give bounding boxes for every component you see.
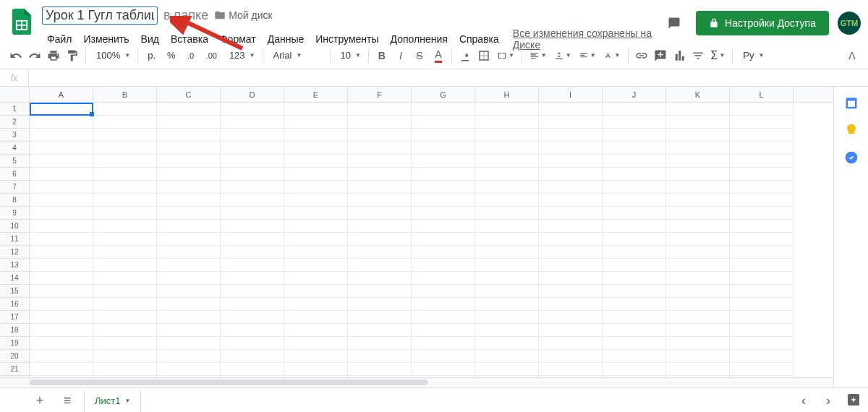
cell[interactable] — [221, 181, 284, 194]
cell[interactable] — [539, 168, 603, 181]
cell[interactable] — [475, 324, 539, 337]
cell[interactable] — [157, 324, 221, 337]
cell[interactable] — [221, 246, 284, 259]
cell[interactable] — [412, 194, 475, 207]
cell[interactable] — [666, 272, 730, 285]
sheet-tab-active[interactable]: Лист1 ▼ — [84, 390, 141, 412]
text-color-button[interactable]: A — [430, 46, 447, 65]
horizontal-align-dropdown[interactable]: ▼ — [527, 46, 550, 65]
cell[interactable] — [30, 350, 93, 363]
select-all-corner[interactable] — [0, 87, 30, 102]
cell[interactable] — [730, 142, 793, 155]
cell[interactable] — [475, 259, 539, 272]
cell[interactable] — [284, 194, 348, 207]
redo-button[interactable] — [26, 46, 43, 65]
cell[interactable] — [730, 363, 793, 376]
cell[interactable] — [539, 142, 603, 155]
cell[interactable] — [666, 220, 730, 233]
all-sheets-button[interactable]: ≡ — [56, 390, 78, 412]
column-header[interactable]: B — [93, 87, 157, 102]
paint-format-button[interactable] — [64, 46, 81, 65]
insert-chart-button[interactable] — [671, 46, 688, 65]
cell[interactable] — [221, 233, 284, 246]
cell[interactable] — [348, 272, 412, 285]
cell[interactable] — [730, 246, 793, 259]
cell[interactable] — [730, 129, 793, 142]
cell[interactable] — [93, 324, 157, 337]
cell[interactable] — [730, 259, 793, 272]
cell[interactable] — [666, 311, 730, 324]
cell[interactable] — [93, 311, 157, 324]
cell[interactable] — [93, 155, 157, 168]
row-header[interactable]: 10 — [0, 220, 30, 233]
row-header[interactable]: 2 — [0, 116, 30, 129]
italic-button[interactable]: I — [392, 46, 409, 65]
cell[interactable] — [30, 363, 93, 376]
menu-tools[interactable]: Инструменты — [310, 30, 383, 48]
cell[interactable] — [730, 272, 793, 285]
cell[interactable] — [475, 220, 539, 233]
row-header[interactable]: 16 — [0, 298, 30, 311]
column-header[interactable]: G — [412, 87, 475, 102]
cell[interactable] — [603, 298, 666, 311]
menu-edit[interactable]: Изменить — [78, 30, 134, 48]
cell[interactable] — [348, 220, 412, 233]
cell[interactable] — [348, 129, 412, 142]
spreadsheet-grid[interactable]: ABCDEFGHIJKL 123456789101112131415161718… — [0, 87, 833, 387]
cell[interactable] — [603, 207, 666, 220]
fill-color-button[interactable] — [456, 46, 474, 65]
cell[interactable] — [93, 181, 157, 194]
cell[interactable] — [348, 363, 412, 376]
cell[interactable] — [412, 168, 475, 181]
cell[interactable] — [348, 324, 412, 337]
cell[interactable] — [666, 142, 730, 155]
cell[interactable] — [603, 194, 666, 207]
cell[interactable] — [93, 116, 157, 129]
row-header[interactable]: 11 — [0, 233, 30, 246]
cell[interactable] — [284, 350, 348, 363]
cell[interactable] — [730, 103, 793, 116]
cell[interactable] — [348, 259, 412, 272]
cell[interactable] — [666, 168, 730, 181]
cell[interactable] — [730, 181, 793, 194]
cell[interactable] — [30, 246, 93, 259]
calendar-addon[interactable] — [844, 95, 859, 110]
cell[interactable] — [93, 298, 157, 311]
cell[interactable] — [539, 337, 603, 350]
cell[interactable] — [348, 285, 412, 298]
row-header[interactable]: 8 — [0, 194, 30, 207]
cell[interactable] — [157, 116, 221, 129]
cell[interactable] — [666, 337, 730, 350]
cell[interactable] — [475, 194, 539, 207]
cell[interactable] — [284, 129, 348, 142]
cell[interactable] — [284, 259, 348, 272]
cell[interactable] — [30, 207, 93, 220]
cell[interactable] — [412, 363, 475, 376]
cell[interactable] — [348, 155, 412, 168]
cell[interactable] — [30, 285, 93, 298]
increase-decimal-button[interactable]: .00 — [201, 46, 222, 65]
cell[interactable] — [475, 233, 539, 246]
cell[interactable] — [348, 103, 412, 116]
cell[interactable] — [412, 324, 475, 337]
menu-format[interactable]: Формат — [215, 30, 261, 48]
cell[interactable] — [603, 259, 666, 272]
cell[interactable] — [539, 207, 603, 220]
cell[interactable] — [412, 142, 475, 155]
cell[interactable] — [221, 285, 284, 298]
insert-comment-button[interactable] — [652, 46, 669, 65]
cell[interactable] — [603, 181, 666, 194]
row-header[interactable]: 3 — [0, 129, 30, 142]
cell[interactable] — [603, 272, 666, 285]
cell[interactable] — [284, 246, 348, 259]
menu-help[interactable]: Справка — [454, 30, 504, 48]
cell[interactable] — [475, 350, 539, 363]
cell[interactable] — [475, 337, 539, 350]
cell[interactable] — [475, 168, 539, 181]
cell[interactable] — [412, 155, 475, 168]
cell[interactable] — [221, 337, 284, 350]
cell[interactable] — [221, 194, 284, 207]
undo-button[interactable] — [7, 46, 25, 65]
cell[interactable] — [221, 155, 284, 168]
cell[interactable] — [221, 311, 284, 324]
